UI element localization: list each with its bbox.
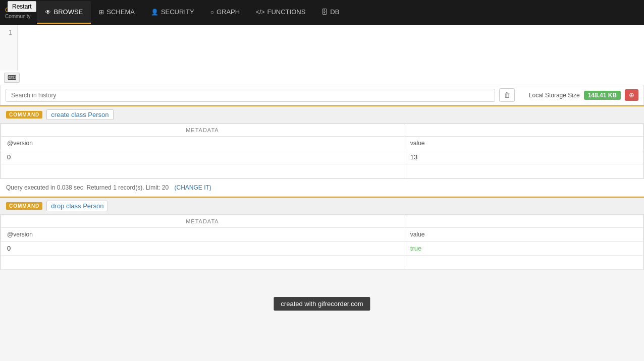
cell-value-val-2: true [404, 242, 643, 256]
nav-label-security: SECURITY [161, 8, 194, 16]
table-row: 0 13 [1, 150, 643, 164]
value-header-1 [404, 124, 643, 137]
command-header-2: COMMAND drop class Person [0, 197, 644, 214]
empty-cell-2a [1, 256, 404, 270]
empty-cell-1b [404, 164, 643, 178]
nav-item-schema[interactable]: ⊞ SCHEMA [91, 1, 143, 24]
cell-version-val-2: 0 [1, 242, 404, 256]
col-version-1: @version [1, 137, 404, 150]
storage-info: Local Storage Size 148.41 KB ⊕ [529, 89, 638, 101]
query-editor[interactable] [18, 25, 644, 71]
metadata-header-1: METADATA [1, 124, 404, 137]
command-header-1: COMMAND create class Person [0, 105, 644, 123]
metadata-header-2: METADATA [1, 215, 404, 228]
column-header-row-1: @version value [1, 137, 643, 150]
logo-community: Community [5, 14, 32, 19]
cell-value-val-1: 13 [404, 150, 643, 164]
storage-label: Local Storage Size [529, 92, 580, 99]
nav-label-db: DB [330, 8, 339, 16]
nav-items: 👁 BROWSE ⊞ SCHEMA 👤 SECURITY ○ GRAPH </>… [37, 1, 347, 24]
table-row-empty-2 [1, 256, 643, 270]
query-info-1: Query executed in 0.038 sec. Returned 1 … [0, 179, 644, 197]
cell-version-val-1: 0 [1, 150, 404, 164]
db-icon: 🗄 [321, 9, 328, 16]
column-header-row-2: @version value [1, 228, 643, 242]
col-value-1: value [404, 137, 643, 150]
restart-button[interactable]: Restart [8, 1, 36, 12]
result-table-wrapper-2: METADATA @version value 0 true [0, 214, 644, 270]
editor-body: 1 [0, 25, 644, 71]
change-it-link-1[interactable]: (CHANGE IT) [175, 184, 211, 191]
nav-label-functions: FUNCTIONS [267, 8, 305, 16]
line-numbers: 1 [0, 25, 18, 71]
history-bar: 🗑 Local Storage Size 148.41 KB ⊕ [0, 85, 644, 105]
nav-label-graph: GRAPH [217, 8, 240, 16]
nav-item-browse[interactable]: 👁 BROWSE [37, 1, 91, 24]
browse-icon: 👁 [45, 9, 51, 16]
nav-label-browse: BROWSE [53, 8, 83, 16]
editor-toolbar: ⌨ [0, 71, 644, 85]
query-stats-1: Query executed in 0.038 sec. Returned 1 … [6, 184, 169, 191]
delete-history-button[interactable]: 🗑 [499, 88, 515, 102]
nav-label-schema: SCHEMA [106, 8, 135, 16]
col-version-2: @version [1, 228, 404, 242]
result-table-1: METADATA @version value 0 13 [1, 124, 643, 178]
command-badge-1: COMMAND [6, 111, 42, 118]
line-number-1: 1 [9, 29, 12, 36]
command-link-1[interactable]: create class Person [46, 109, 113, 120]
editor-container: 1 ⌨ [0, 25, 644, 85]
col-value-2: value [404, 228, 643, 242]
schema-icon: ⊞ [99, 9, 104, 16]
empty-cell-2b [404, 256, 643, 270]
keyboard-button[interactable]: ⌨ [4, 73, 20, 83]
navbar: Restart OrientDB Community 👁 BROWSE ⊞ SC… [0, 0, 644, 25]
command-badge-2: COMMAND [6, 202, 42, 210]
command-section-1: COMMAND create class Person METADATA @ve… [0, 105, 644, 197]
table-header-row-2: METADATA [1, 215, 643, 228]
table-row-empty-1 [1, 164, 643, 178]
history-search-input[interactable] [6, 89, 495, 102]
nav-item-graph[interactable]: ○ GRAPH [202, 1, 248, 24]
value-header-2 [404, 215, 643, 228]
graph-icon: ○ [210, 9, 214, 16]
command-section-2: COMMAND drop class Person METADATA @vers… [0, 197, 644, 270]
nav-item-security[interactable]: 👤 SECURITY [143, 1, 202, 24]
storage-clear-button[interactable]: ⊕ [625, 89, 638, 101]
functions-icon: </> [256, 9, 264, 16]
result-table-wrapper-1: METADATA @version value 0 13 [0, 123, 644, 179]
table-header-row-1: METADATA [1, 124, 643, 137]
storage-size-badge: 148.41 KB [584, 91, 621, 100]
nav-item-db[interactable]: 🗄 DB [313, 1, 347, 24]
table-row-2: 0 true [1, 242, 643, 256]
security-icon: 👤 [151, 9, 158, 16]
nav-item-functions[interactable]: </> FUNCTIONS [248, 1, 313, 24]
empty-cell-1a [1, 164, 404, 178]
result-table-2: METADATA @version value 0 true [1, 215, 643, 270]
command-link-2[interactable]: drop class Person [46, 201, 108, 211]
